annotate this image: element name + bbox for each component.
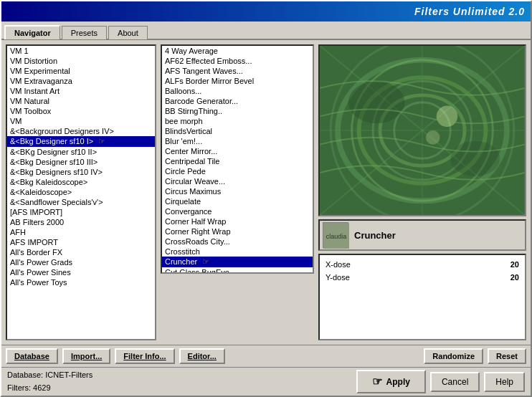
list-item[interactable]: VM Toolbox <box>7 106 155 116</box>
list-item[interactable]: VM Experimental <box>7 66 155 76</box>
status-filters-row: Filters: 4629 <box>7 382 351 395</box>
tab-bar: Navigator Presets About <box>1 21 531 40</box>
thumb-svg: claudia <box>323 223 349 249</box>
param-value-ydose: 20 <box>510 273 519 282</box>
filter-item[interactable]: AFS Tangent Waves... <box>162 66 313 76</box>
preview-info: claudia Cruncher <box>318 219 526 251</box>
selection-arrow-icon: ☞ <box>98 137 105 146</box>
svg-point-12 <box>437 106 458 128</box>
status-filters-label: Filters: <box>7 383 31 392</box>
list-item[interactable]: &<Background Designers IV> <box>7 126 155 136</box>
status-filters-value: 4629 <box>33 383 50 392</box>
randomize-button[interactable]: Randomize <box>424 348 483 364</box>
active-filter-name: Cruncher <box>354 230 396 241</box>
list-item[interactable]: AFS IMPORT <box>7 237 155 247</box>
status-info: Database: ICNET-Filters Filters: 4629 <box>7 369 351 394</box>
list-item[interactable]: VM Extravaganza <box>7 76 155 86</box>
filter-item[interactable]: ALFs Border Mirror Bevel <box>162 76 313 86</box>
list-item[interactable]: All's Power Toys <box>7 277 155 287</box>
filter-item[interactable]: Cut Glass BugEye <box>162 267 313 274</box>
list-item[interactable]: All's Power Sines <box>7 267 155 277</box>
window-title: Filters Unlimited 2.0 <box>414 6 525 17</box>
list-item[interactable]: &<Bkg Designers sf10 IV> <box>7 167 155 177</box>
filter-item[interactable]: Circus Maximus <box>162 186 313 196</box>
status-database-label: Database: <box>7 370 43 379</box>
params-area: X-dose 20 Y-dose 20 <box>318 254 526 340</box>
filter-info-button[interactable]: Filter Info... <box>115 348 174 364</box>
filter-item[interactable]: Barcode Generator... <box>162 96 313 106</box>
import-button[interactable]: Import... <box>62 348 110 364</box>
svg-point-14 <box>348 81 405 123</box>
database-button[interactable]: Database <box>6 348 58 364</box>
cancel-button[interactable]: Cancel <box>430 372 480 392</box>
filter-item-selected[interactable]: Cruncher ☞ <box>162 257 313 267</box>
list-item[interactable]: VM Natural <box>7 96 155 106</box>
filter-arrow-icon: ☞ <box>202 257 209 267</box>
list-item[interactable]: AB Filters 2000 <box>7 217 155 227</box>
category-list[interactable]: VM 1 VM Distortion VM Experimental VM Ex… <box>6 44 156 340</box>
filter-item[interactable]: Circle Pede <box>162 166 313 176</box>
title-bar: Filters Unlimited 2.0 <box>1 1 531 21</box>
list-item[interactable]: All's Border FX <box>7 247 155 257</box>
list-item[interactable]: &<BKg Designer sf10 II> <box>7 147 155 157</box>
left-panel: VM 1 VM Distortion VM Experimental VM Ex… <box>6 44 156 340</box>
filter-item[interactable]: Cirquelate <box>162 196 313 206</box>
filter-item[interactable]: bee morph <box>162 116 313 126</box>
apply-label: Apply <box>386 377 410 387</box>
apply-hand-icon: ☞ <box>372 375 382 388</box>
filter-item[interactable]: Crosstitch <box>162 247 313 257</box>
filter-item[interactable]: Blur 'em!... <box>162 136 313 146</box>
list-item[interactable]: VM <box>7 116 155 126</box>
preview-area: claudia Cruncher X-dose 20 Y-dose <box>318 44 526 340</box>
filter-item[interactable]: BlindsVertical <box>162 126 313 136</box>
preview-image <box>318 44 526 216</box>
filter-list[interactable]: 4 Way Average AF62 Effected Emboss... AF… <box>161 44 314 274</box>
apply-button[interactable]: ☞ Apply <box>356 370 426 393</box>
svg-text:claudia: claudia <box>326 233 347 240</box>
filter-item[interactable]: Corner Right Wrap <box>162 226 313 236</box>
status-bar: Database: ICNET-Filters Filters: 4629 ☞ … <box>1 367 531 396</box>
list-item-selected[interactable]: &<Bkg Designer sf10 I> ☞ <box>7 136 155 147</box>
preview-thumbnail: claudia <box>323 222 348 248</box>
filter-item[interactable]: Circular Weave... <box>162 176 313 186</box>
list-item[interactable]: &<Bkg Designer sf10 III> <box>7 157 155 167</box>
bottom-toolbar: Database Import... Filter Info... Editor… <box>1 345 531 367</box>
filter-item[interactable]: AF62 Effected Emboss... <box>162 56 313 66</box>
param-row-xdose: X-dose 20 <box>323 258 522 271</box>
status-database-value: ICNET-Filters <box>45 370 92 379</box>
tab-navigator[interactable]: Navigator <box>4 25 60 39</box>
filter-item[interactable]: Centripedal Tile <box>162 156 313 166</box>
param-row-ydose: Y-dose 20 <box>323 271 522 284</box>
list-item[interactable]: VM Distortion <box>7 56 155 66</box>
svg-point-15 <box>450 141 500 176</box>
preview-svg <box>320 46 525 215</box>
status-buttons: ☞ Apply Cancel Help <box>356 370 525 393</box>
param-value-xdose: 20 <box>510 260 519 269</box>
filter-item[interactable]: 4 Way Average <box>162 46 313 56</box>
param-label-ydose: Y-dose <box>326 273 350 282</box>
tab-about[interactable]: About <box>108 26 148 39</box>
right-panel: 4 Way Average AF62 Effected Emboss... AF… <box>161 44 526 340</box>
list-item[interactable]: &<Sandflower Specials'v'> <box>7 197 155 207</box>
list-item[interactable]: AFH <box>7 227 155 237</box>
reset-button[interactable]: Reset <box>488 348 526 364</box>
main-window: Filters Unlimited 2.0 Navigator Presets … <box>0 0 532 397</box>
editor-button[interactable]: Editor... <box>179 348 225 364</box>
filter-item[interactable]: Balloons... <box>162 86 313 96</box>
filter-item[interactable]: Convergance <box>162 206 313 216</box>
help-button[interactable]: Help <box>484 372 525 392</box>
filter-item[interactable]: CrossRoads City... <box>162 236 313 247</box>
list-item[interactable]: &<Kaleidoscope> <box>7 187 155 197</box>
svg-point-13 <box>426 130 440 145</box>
filter-item[interactable]: BB StirngThing.. <box>162 106 313 116</box>
param-label-xdose: X-dose <box>326 260 351 269</box>
list-item[interactable]: All's Power Grads <box>7 257 155 267</box>
list-item[interactable]: &<Bkg Kaleidoscope> <box>7 177 155 187</box>
status-database-row: Database: ICNET-Filters <box>7 369 351 382</box>
tab-presets[interactable]: Presets <box>62 26 107 39</box>
filter-item[interactable]: Center Mirror... <box>162 146 313 156</box>
filter-item[interactable]: Corner Half Wrap <box>162 216 313 226</box>
list-item[interactable]: VM Instant Art <box>7 86 155 96</box>
list-item[interactable]: [AFS IMPORT] <box>7 207 155 217</box>
list-item[interactable]: VM 1 <box>7 46 155 56</box>
